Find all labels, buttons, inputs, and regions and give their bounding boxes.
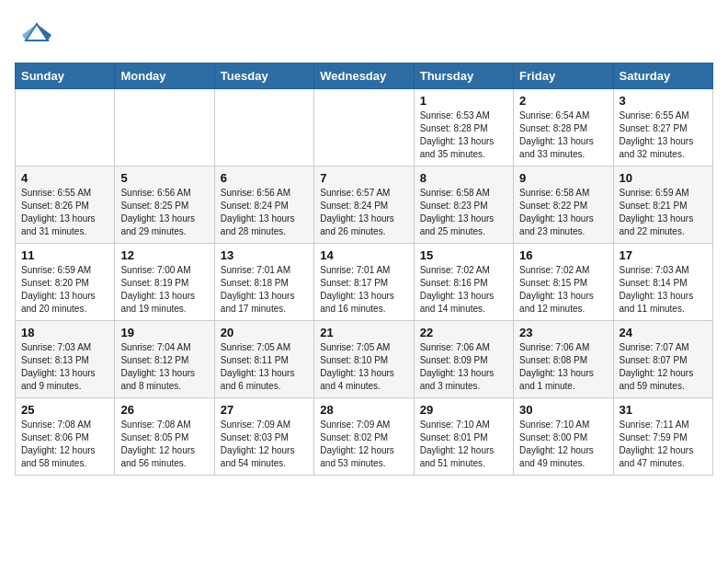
day-number: 17 bbox=[620, 248, 707, 262]
day-info: Sunrise: 7:04 AM Sunset: 8:12 PM Dayligh… bbox=[120, 341, 208, 393]
day-number: 31 bbox=[620, 403, 707, 417]
day-info: Sunrise: 6:58 AM Sunset: 8:22 PM Dayligh… bbox=[519, 187, 607, 238]
svg-marker-2 bbox=[22, 24, 37, 40]
day-info: Sunrise: 7:02 AM Sunset: 8:16 PM Dayligh… bbox=[420, 264, 507, 316]
day-number: 13 bbox=[221, 248, 308, 262]
day-number: 29 bbox=[420, 403, 507, 417]
calendar-week-1: 1Sunrise: 6:53 AM Sunset: 8:28 PM Daylig… bbox=[16, 89, 713, 167]
calendar-cell: 1Sunrise: 6:53 AM Sunset: 8:28 PM Daylig… bbox=[414, 89, 513, 167]
day-info: Sunrise: 7:05 AM Sunset: 8:11 PM Dayligh… bbox=[221, 341, 308, 393]
day-number: 9 bbox=[519, 171, 607, 185]
calendar-header-row: SundayMondayTuesdayWednesdayThursdayFrid… bbox=[16, 63, 713, 89]
day-info: Sunrise: 6:57 AM Sunset: 8:24 PM Dayligh… bbox=[320, 187, 407, 238]
day-number: 7 bbox=[320, 171, 407, 185]
calendar-cell: 28Sunrise: 7:09 AM Sunset: 8:02 PM Dayli… bbox=[314, 398, 414, 476]
page-header bbox=[15, 15, 713, 52]
day-number: 12 bbox=[120, 248, 208, 262]
day-info: Sunrise: 7:03 AM Sunset: 8:13 PM Dayligh… bbox=[21, 341, 108, 393]
calendar-cell: 3Sunrise: 6:55 AM Sunset: 8:27 PM Daylig… bbox=[613, 89, 712, 167]
calendar-cell: 19Sunrise: 7:04 AM Sunset: 8:12 PM Dayli… bbox=[115, 321, 214, 398]
day-info: Sunrise: 7:09 AM Sunset: 8:02 PM Dayligh… bbox=[320, 419, 407, 470]
day-info: Sunrise: 6:53 AM Sunset: 8:28 PM Dayligh… bbox=[420, 109, 507, 161]
day-info: Sunrise: 7:06 AM Sunset: 8:09 PM Dayligh… bbox=[420, 341, 507, 393]
day-number: 25 bbox=[21, 403, 108, 417]
day-number: 22 bbox=[420, 326, 507, 339]
calendar-header-tuesday: Tuesday bbox=[214, 63, 313, 89]
calendar-header-wednesday: Wednesday bbox=[314, 63, 414, 89]
calendar-cell bbox=[16, 89, 115, 167]
calendar-cell bbox=[314, 89, 414, 167]
calendar-week-5: 25Sunrise: 7:08 AM Sunset: 8:06 PM Dayli… bbox=[16, 398, 713, 476]
calendar-cell: 23Sunrise: 7:06 AM Sunset: 8:08 PM Dayli… bbox=[514, 321, 613, 398]
calendar-cell: 7Sunrise: 6:57 AM Sunset: 8:24 PM Daylig… bbox=[314, 167, 414, 244]
calendar-week-4: 18Sunrise: 7:03 AM Sunset: 8:13 PM Dayli… bbox=[16, 321, 713, 398]
day-info: Sunrise: 7:09 AM Sunset: 8:03 PM Dayligh… bbox=[221, 419, 308, 470]
day-info: Sunrise: 6:55 AM Sunset: 8:26 PM Dayligh… bbox=[21, 187, 108, 238]
day-info: Sunrise: 7:11 AM Sunset: 7:59 PM Dayligh… bbox=[620, 419, 707, 470]
day-info: Sunrise: 7:01 AM Sunset: 8:17 PM Dayligh… bbox=[320, 264, 407, 316]
day-number: 15 bbox=[420, 248, 507, 262]
calendar-cell: 9Sunrise: 6:58 AM Sunset: 8:22 PM Daylig… bbox=[514, 167, 613, 244]
svg-marker-1 bbox=[37, 24, 51, 40]
day-info: Sunrise: 7:06 AM Sunset: 8:08 PM Dayligh… bbox=[519, 341, 607, 393]
day-number: 21 bbox=[320, 326, 407, 339]
calendar-cell: 29Sunrise: 7:10 AM Sunset: 8:01 PM Dayli… bbox=[414, 398, 513, 476]
calendar-cell: 20Sunrise: 7:05 AM Sunset: 8:11 PM Dayli… bbox=[214, 321, 313, 398]
calendar-cell: 6Sunrise: 6:56 AM Sunset: 8:24 PM Daylig… bbox=[214, 167, 313, 244]
calendar-cell: 11Sunrise: 6:59 AM Sunset: 8:20 PM Dayli… bbox=[16, 244, 115, 321]
day-number: 10 bbox=[620, 171, 707, 185]
day-info: Sunrise: 6:56 AM Sunset: 8:25 PM Dayligh… bbox=[120, 187, 208, 238]
calendar-cell: 13Sunrise: 7:01 AM Sunset: 8:18 PM Dayli… bbox=[214, 244, 313, 321]
day-number: 28 bbox=[320, 403, 407, 417]
calendar-cell: 27Sunrise: 7:09 AM Sunset: 8:03 PM Dayli… bbox=[214, 398, 313, 476]
calendar-cell bbox=[214, 89, 313, 167]
calendar-week-3: 11Sunrise: 6:59 AM Sunset: 8:20 PM Dayli… bbox=[16, 244, 713, 321]
calendar-cell: 25Sunrise: 7:08 AM Sunset: 8:06 PM Dayli… bbox=[16, 398, 115, 476]
day-info: Sunrise: 6:59 AM Sunset: 8:20 PM Dayligh… bbox=[21, 264, 108, 316]
calendar-cell: 21Sunrise: 7:05 AM Sunset: 8:10 PM Dayli… bbox=[314, 321, 414, 398]
day-info: Sunrise: 7:02 AM Sunset: 8:15 PM Dayligh… bbox=[519, 264, 607, 316]
calendar-cell bbox=[115, 89, 214, 167]
day-number: 11 bbox=[21, 248, 108, 262]
calendar-cell: 16Sunrise: 7:02 AM Sunset: 8:15 PM Dayli… bbox=[514, 244, 613, 321]
calendar-cell: 15Sunrise: 7:02 AM Sunset: 8:16 PM Dayli… bbox=[414, 244, 513, 321]
calendar-table: SundayMondayTuesdayWednesdayThursdayFrid… bbox=[15, 63, 713, 476]
calendar-cell: 10Sunrise: 6:59 AM Sunset: 8:21 PM Dayli… bbox=[613, 167, 712, 244]
calendar-header-friday: Friday bbox=[514, 63, 613, 89]
day-number: 19 bbox=[120, 326, 208, 339]
day-number: 8 bbox=[420, 171, 507, 185]
logo bbox=[15, 15, 63, 52]
day-info: Sunrise: 6:56 AM Sunset: 8:24 PM Dayligh… bbox=[221, 187, 308, 238]
day-number: 26 bbox=[120, 403, 208, 417]
day-number: 2 bbox=[519, 94, 607, 108]
calendar-cell: 17Sunrise: 7:03 AM Sunset: 8:14 PM Dayli… bbox=[613, 244, 712, 321]
day-number: 5 bbox=[120, 171, 208, 185]
day-info: Sunrise: 6:55 AM Sunset: 8:27 PM Dayligh… bbox=[620, 109, 707, 161]
calendar-header-sunday: Sunday bbox=[16, 63, 115, 89]
day-number: 24 bbox=[620, 326, 707, 339]
day-number: 27 bbox=[221, 403, 308, 417]
day-number: 4 bbox=[21, 171, 108, 185]
day-info: Sunrise: 7:08 AM Sunset: 8:05 PM Dayligh… bbox=[120, 419, 208, 470]
day-number: 16 bbox=[519, 248, 607, 262]
day-info: Sunrise: 7:07 AM Sunset: 8:07 PM Dayligh… bbox=[620, 341, 707, 393]
day-number: 1 bbox=[420, 94, 507, 108]
calendar-cell: 12Sunrise: 7:00 AM Sunset: 8:19 PM Dayli… bbox=[115, 244, 214, 321]
calendar-header-monday: Monday bbox=[115, 63, 214, 89]
day-info: Sunrise: 6:54 AM Sunset: 8:28 PM Dayligh… bbox=[519, 109, 607, 161]
logo-icon bbox=[15, 15, 59, 52]
calendar-header-saturday: Saturday bbox=[613, 63, 712, 89]
day-info: Sunrise: 7:01 AM Sunset: 8:18 PM Dayligh… bbox=[221, 264, 308, 316]
calendar-cell: 31Sunrise: 7:11 AM Sunset: 7:59 PM Dayli… bbox=[613, 398, 712, 476]
day-number: 20 bbox=[221, 326, 308, 339]
day-number: 14 bbox=[320, 248, 407, 262]
calendar-cell: 30Sunrise: 7:10 AM Sunset: 8:00 PM Dayli… bbox=[514, 398, 613, 476]
day-info: Sunrise: 7:03 AM Sunset: 8:14 PM Dayligh… bbox=[620, 264, 707, 316]
day-info: Sunrise: 7:00 AM Sunset: 8:19 PM Dayligh… bbox=[120, 264, 208, 316]
calendar-header-thursday: Thursday bbox=[414, 63, 513, 89]
calendar-cell: 24Sunrise: 7:07 AM Sunset: 8:07 PM Dayli… bbox=[613, 321, 712, 398]
day-info: Sunrise: 7:08 AM Sunset: 8:06 PM Dayligh… bbox=[21, 419, 108, 470]
day-number: 23 bbox=[519, 326, 607, 339]
calendar-cell: 22Sunrise: 7:06 AM Sunset: 8:09 PM Dayli… bbox=[414, 321, 513, 398]
calendar-cell: 4Sunrise: 6:55 AM Sunset: 8:26 PM Daylig… bbox=[16, 167, 115, 244]
